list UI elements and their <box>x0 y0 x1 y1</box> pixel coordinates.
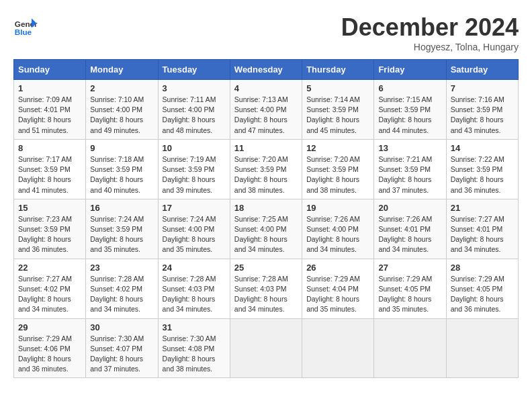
calendar-day-cell: 25Sunrise: 7:28 AM Sunset: 4:03 PM Dayli… <box>230 259 302 318</box>
day-number: 22 <box>18 263 81 273</box>
calendar-day-cell: 8Sunrise: 7:17 AM Sunset: 3:59 PM Daylig… <box>14 139 86 199</box>
day-number: 20 <box>378 203 441 213</box>
calendar-day-cell: 15Sunrise: 7:23 AM Sunset: 3:59 PM Dayli… <box>14 199 86 259</box>
day-number: 15 <box>18 203 81 213</box>
svg-text:Blue: Blue <box>15 28 32 36</box>
day-info: Sunrise: 7:11 AM Sunset: 4:00 PM Dayligh… <box>163 95 226 136</box>
calendar-day-cell: 7Sunrise: 7:16 AM Sunset: 3:59 PM Daylig… <box>446 80 518 140</box>
dow-cell: Tuesday <box>158 60 230 80</box>
calendar-day-cell: 9Sunrise: 7:18 AM Sunset: 3:59 PM Daylig… <box>86 139 158 199</box>
day-number: 8 <box>18 143 81 153</box>
day-info: Sunrise: 7:13 AM Sunset: 4:00 PM Dayligh… <box>234 95 298 136</box>
calendar-day-cell: 20Sunrise: 7:26 AM Sunset: 4:01 PM Dayli… <box>374 199 446 259</box>
calendar-week-row: 8Sunrise: 7:17 AM Sunset: 3:59 PM Daylig… <box>14 139 519 199</box>
day-info: Sunrise: 7:17 AM Sunset: 3:59 PM Dayligh… <box>18 154 81 195</box>
day-number: 26 <box>306 263 369 273</box>
day-number: 17 <box>163 203 226 213</box>
day-info: Sunrise: 7:19 AM Sunset: 3:59 PM Dayligh… <box>163 154 226 195</box>
day-number: 6 <box>378 83 441 93</box>
calendar-day-cell: 2Sunrise: 7:10 AM Sunset: 4:00 PM Daylig… <box>86 80 158 140</box>
dow-cell: Saturday <box>446 60 518 80</box>
calendar-day-cell: 29Sunrise: 7:29 AM Sunset: 4:06 PM Dayli… <box>14 318 86 378</box>
day-info: Sunrise: 7:18 AM Sunset: 3:59 PM Dayligh… <box>90 154 153 195</box>
calendar-day-cell: 31Sunrise: 7:30 AM Sunset: 4:08 PM Dayli… <box>158 318 230 378</box>
day-number: 7 <box>451 83 514 93</box>
page-header: General Blue December 2024 Hogyesz, Toln… <box>13 13 519 52</box>
calendar-day-cell <box>374 318 446 378</box>
day-number: 1 <box>18 83 81 93</box>
calendar-day-cell: 24Sunrise: 7:28 AM Sunset: 4:03 PM Dayli… <box>158 259 230 318</box>
day-number: 31 <box>163 322 226 332</box>
day-info: Sunrise: 7:27 AM Sunset: 4:01 PM Dayligh… <box>451 214 514 255</box>
dow-cell: Wednesday <box>230 60 302 80</box>
calendar-day-cell: 5Sunrise: 7:14 AM Sunset: 3:59 PM Daylig… <box>302 80 374 140</box>
dow-cell: Thursday <box>302 60 374 80</box>
day-info: Sunrise: 7:10 AM Sunset: 4:00 PM Dayligh… <box>90 95 153 136</box>
day-number: 4 <box>234 83 298 93</box>
days-of-week-header: SundayMondayTuesdayWednesdayThursdayFrid… <box>14 60 519 80</box>
day-info: Sunrise: 7:28 AM Sunset: 4:02 PM Dayligh… <box>90 274 153 315</box>
day-info: Sunrise: 7:28 AM Sunset: 4:03 PM Dayligh… <box>234 274 298 315</box>
day-number: 30 <box>90 322 153 332</box>
day-number: 24 <box>163 263 226 273</box>
day-info: Sunrise: 7:26 AM Sunset: 4:01 PM Dayligh… <box>378 214 441 255</box>
calendar-day-cell: 13Sunrise: 7:21 AM Sunset: 3:59 PM Dayli… <box>374 139 446 199</box>
day-number: 28 <box>451 263 514 273</box>
day-number: 25 <box>234 263 298 273</box>
day-info: Sunrise: 7:29 AM Sunset: 4:04 PM Dayligh… <box>306 274 369 315</box>
day-number: 16 <box>90 203 153 213</box>
month-title: December 2024 <box>341 13 519 42</box>
calendar-day-cell: 16Sunrise: 7:24 AM Sunset: 3:59 PM Dayli… <box>86 199 158 259</box>
calendar-day-cell: 1Sunrise: 7:09 AM Sunset: 4:01 PM Daylig… <box>14 80 86 140</box>
day-info: Sunrise: 7:29 AM Sunset: 4:06 PM Dayligh… <box>18 334 81 375</box>
logo-icon: General Blue <box>13 13 38 38</box>
day-info: Sunrise: 7:25 AM Sunset: 4:00 PM Dayligh… <box>234 214 298 255</box>
calendar-day-cell: 30Sunrise: 7:30 AM Sunset: 4:07 PM Dayli… <box>86 318 158 378</box>
day-info: Sunrise: 7:29 AM Sunset: 4:05 PM Dayligh… <box>378 274 441 315</box>
dow-cell: Sunday <box>14 60 86 80</box>
calendar-day-cell <box>446 318 518 378</box>
location-subtitle: Hogyesz, Tolna, Hungary <box>341 42 519 52</box>
day-number: 5 <box>306 83 369 93</box>
day-number: 13 <box>378 143 441 153</box>
calendar-day-cell: 28Sunrise: 7:29 AM Sunset: 4:05 PM Dayli… <box>446 259 518 318</box>
calendar-week-row: 1Sunrise: 7:09 AM Sunset: 4:01 PM Daylig… <box>14 80 519 140</box>
day-info: Sunrise: 7:26 AM Sunset: 4:00 PM Dayligh… <box>306 214 369 255</box>
day-number: 21 <box>451 203 514 213</box>
calendar-day-cell <box>302 318 374 378</box>
day-number: 10 <box>163 143 226 153</box>
calendar-week-row: 15Sunrise: 7:23 AM Sunset: 3:59 PM Dayli… <box>14 199 519 259</box>
day-info: Sunrise: 7:30 AM Sunset: 4:08 PM Dayligh… <box>163 334 226 375</box>
calendar-day-cell: 11Sunrise: 7:20 AM Sunset: 3:59 PM Dayli… <box>230 139 302 199</box>
dow-cell: Monday <box>86 60 158 80</box>
day-info: Sunrise: 7:24 AM Sunset: 4:00 PM Dayligh… <box>163 214 226 255</box>
calendar-day-cell: 22Sunrise: 7:27 AM Sunset: 4:02 PM Dayli… <box>14 259 86 318</box>
day-number: 11 <box>234 143 298 153</box>
day-number: 29 <box>18 322 81 332</box>
day-info: Sunrise: 7:28 AM Sunset: 4:03 PM Dayligh… <box>163 274 226 315</box>
calendar-body: 1Sunrise: 7:09 AM Sunset: 4:01 PM Daylig… <box>14 80 519 378</box>
day-info: Sunrise: 7:09 AM Sunset: 4:01 PM Dayligh… <box>18 95 81 136</box>
day-info: Sunrise: 7:22 AM Sunset: 3:59 PM Dayligh… <box>451 154 514 195</box>
calendar-day-cell: 23Sunrise: 7:28 AM Sunset: 4:02 PM Dayli… <box>86 259 158 318</box>
title-block: December 2024 Hogyesz, Tolna, Hungary <box>341 13 519 52</box>
calendar-week-row: 22Sunrise: 7:27 AM Sunset: 4:02 PM Dayli… <box>14 259 519 318</box>
calendar-day-cell: 19Sunrise: 7:26 AM Sunset: 4:00 PM Dayli… <box>302 199 374 259</box>
day-number: 9 <box>90 143 153 153</box>
calendar-day-cell: 10Sunrise: 7:19 AM Sunset: 3:59 PM Dayli… <box>158 139 230 199</box>
calendar-day-cell: 14Sunrise: 7:22 AM Sunset: 3:59 PM Dayli… <box>446 139 518 199</box>
day-info: Sunrise: 7:14 AM Sunset: 3:59 PM Dayligh… <box>306 95 369 136</box>
day-number: 19 <box>306 203 369 213</box>
day-info: Sunrise: 7:21 AM Sunset: 3:59 PM Dayligh… <box>378 154 441 195</box>
calendar-day-cell: 27Sunrise: 7:29 AM Sunset: 4:05 PM Dayli… <box>374 259 446 318</box>
logo: General Blue <box>13 13 38 38</box>
day-number: 18 <box>234 203 298 213</box>
calendar-day-cell <box>230 318 302 378</box>
day-number: 2 <box>90 83 153 93</box>
day-number: 23 <box>90 263 153 273</box>
calendar-table: SundayMondayTuesdayWednesdayThursdayFrid… <box>13 59 519 378</box>
calendar-day-cell: 17Sunrise: 7:24 AM Sunset: 4:00 PM Dayli… <box>158 199 230 259</box>
day-info: Sunrise: 7:20 AM Sunset: 3:59 PM Dayligh… <box>306 154 369 195</box>
day-number: 3 <box>163 83 226 93</box>
day-info: Sunrise: 7:15 AM Sunset: 3:59 PM Dayligh… <box>378 95 441 136</box>
